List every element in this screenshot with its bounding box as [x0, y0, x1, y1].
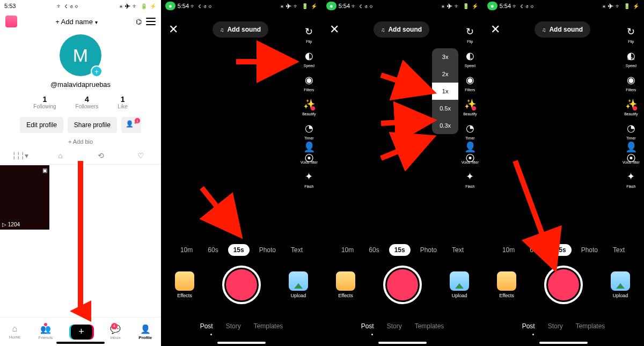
post-mode-tabs: PostStoryTemplates — [161, 322, 322, 330]
video-thumbnail[interactable]: ▣ ▷ 1204 — [0, 165, 49, 230]
duration-Photo[interactable]: Photo — [576, 244, 603, 256]
tool-flip[interactable]: ↻ Flip — [624, 25, 638, 43]
duration-Text[interactable]: Text — [286, 244, 308, 256]
duration-Photo[interactable]: Photo — [254, 244, 281, 256]
shutter-button[interactable] — [222, 266, 261, 304]
duration-Text[interactable]: Text — [608, 244, 630, 256]
speed-option-0.5x[interactable]: 0.5x — [432, 100, 458, 117]
tool-flash[interactable]: ✦ Flash — [302, 170, 316, 188]
speed-option-0.3x[interactable]: 0.3x — [432, 117, 458, 134]
tool-flip[interactable]: ↻ Flip — [463, 25, 477, 43]
tool-filters[interactable]: ◉ Filters — [302, 73, 316, 92]
add-name-button[interactable]: + Add name▾ — [17, 18, 136, 26]
shutter-button[interactable] — [383, 266, 422, 304]
shutter-button[interactable] — [544, 266, 583, 304]
post-tab-templates[interactable]: Templates — [576, 322, 605, 330]
tool-filters[interactable]: ◉ Filters — [624, 73, 638, 92]
speed-option-1x[interactable]: 1x — [432, 83, 458, 100]
gift-icon[interactable] — [5, 16, 17, 27]
duration-10m[interactable]: 10m — [175, 244, 198, 256]
tool-speed[interactable]: ◐1x Speed — [463, 49, 477, 68]
tool-filters[interactable]: ◉ Filters — [463, 73, 477, 92]
effects-icon — [175, 271, 194, 291]
add-sound-button[interactable]: ♫Add sound — [535, 21, 590, 38]
duration-60s[interactable]: 60s — [202, 244, 223, 256]
stat-likes[interactable]: 1Like — [108, 95, 137, 109]
add-friends-button[interactable]: 👤⁺ 1 — [121, 117, 141, 133]
effects-button[interactable]: Effects — [497, 271, 516, 298]
tab-inbox[interactable]: 💬4Inbox — [110, 324, 121, 340]
duration-selector: 10m60s15sPhotoText — [322, 244, 483, 256]
post-tab-post[interactable]: Post — [361, 322, 374, 330]
tool-voice-filter[interactable]: 👤⦿ Voice filter — [623, 145, 640, 164]
status-left-icons: ᯤ ☾ ↺ ⊙ — [57, 3, 78, 9]
effects-button[interactable]: Effects — [336, 271, 355, 298]
tab-profile[interactable]: 👤Profile — [138, 324, 152, 340]
add-sound-button[interactable]: ♫Add sound — [213, 21, 268, 38]
stat-following[interactable]: 1Following — [24, 95, 65, 109]
flip-icon: ↻ — [463, 25, 477, 39]
post-tab-story[interactable]: Story — [226, 322, 241, 330]
tool-beautify[interactable]: ✨ Beautify — [302, 97, 316, 116]
tool-speed[interactable]: ◐0.3x Speed — [624, 49, 638, 68]
duration-10m[interactable]: 10m — [497, 244, 520, 256]
menu-icon[interactable] — [146, 18, 156, 25]
duration-Photo[interactable]: Photo — [415, 244, 442, 256]
add-bio-button[interactable]: + Add bio — [0, 138, 161, 145]
duration-15s[interactable]: 15s — [389, 244, 411, 256]
post-tab-story[interactable]: Story — [548, 322, 563, 330]
upload-button[interactable]: Upload — [450, 271, 469, 298]
filters-icon: ◉ — [302, 73, 316, 87]
tool-flip[interactable]: ↻ Flip — [302, 25, 316, 43]
effects-button[interactable]: Effects — [175, 271, 194, 298]
stat-followers[interactable]: 4Followers — [66, 95, 108, 109]
duration-60s[interactable]: 60s — [524, 244, 545, 256]
tab-feed-icon[interactable]: ╎╎╎▾ — [10, 151, 31, 160]
post-tab-post[interactable]: Post — [522, 322, 535, 330]
tool-flash[interactable]: ✦ Flash — [463, 170, 477, 188]
duration-Text[interactable]: Text — [447, 244, 469, 256]
footsteps-icon[interactable]: ⌬ — [136, 18, 142, 26]
tool-timer[interactable]: ◔ Timer — [302, 121, 316, 140]
tool-flash[interactable]: ✦ Flash — [624, 170, 638, 188]
create-button[interactable]: + — [71, 325, 92, 340]
share-profile-button[interactable]: Share profile — [68, 117, 117, 133]
avatar[interactable]: M + — [60, 34, 101, 76]
status-time: 5:53 — [4, 3, 16, 9]
duration-60s[interactable]: 60s — [363, 244, 384, 256]
tab-liked-icon[interactable]: ♡ — [130, 151, 152, 160]
post-tab-templates[interactable]: Templates — [254, 322, 283, 330]
close-icon[interactable]: ✕ — [169, 23, 178, 36]
timer-icon: ◔ — [302, 121, 316, 135]
tab-repost-icon[interactable]: ⟲ — [90, 151, 112, 160]
speed-option-2x[interactable]: 2x — [432, 65, 458, 83]
speed-option-3x[interactable]: 3x — [432, 48, 458, 65]
upload-button[interactable]: Upload — [611, 271, 630, 298]
tool-voice-filter[interactable]: 👤⦿ Voice filter — [301, 145, 318, 164]
upload-button[interactable]: Upload — [289, 271, 308, 298]
tool-timer[interactable]: ◔ Timer — [463, 121, 477, 140]
duration-15s[interactable]: 15s — [550, 244, 572, 256]
tool-speed[interactable]: ◐1x Speed — [302, 49, 316, 68]
tool-voice-filter[interactable]: 👤⦿ Voice filter — [462, 145, 479, 164]
add-sound-button[interactable]: ♫Add sound — [374, 21, 429, 38]
add-photo-icon[interactable]: + — [91, 65, 103, 77]
duration-10m[interactable]: 10m — [336, 244, 359, 256]
edit-profile-button[interactable]: Edit profile — [20, 117, 63, 133]
post-tab-templates[interactable]: Templates — [415, 322, 444, 330]
duration-15s[interactable]: 15s — [228, 244, 250, 256]
tool-beautify[interactable]: ✨ Beautify — [463, 97, 477, 116]
status-time: 5:54 — [178, 3, 189, 9]
close-icon[interactable]: ✕ — [491, 23, 500, 36]
music-note-icon: ♫ — [542, 27, 546, 33]
tab-locked-icon[interactable]: ⌂ — [50, 151, 71, 160]
effects-icon — [336, 271, 355, 291]
post-tab-story[interactable]: Story — [387, 322, 402, 330]
duration-selector: 10m60s15sPhotoText — [161, 244, 322, 256]
tab-friends[interactable]: 👥Friends — [38, 324, 53, 340]
close-icon[interactable]: ✕ — [330, 23, 339, 36]
tool-timer[interactable]: ◔ Timer — [624, 121, 638, 140]
tool-beautify[interactable]: ✨ Beautify — [624, 97, 638, 116]
tab-home[interactable]: ⌂Home — [9, 324, 20, 340]
post-tab-post[interactable]: Post — [200, 322, 213, 330]
